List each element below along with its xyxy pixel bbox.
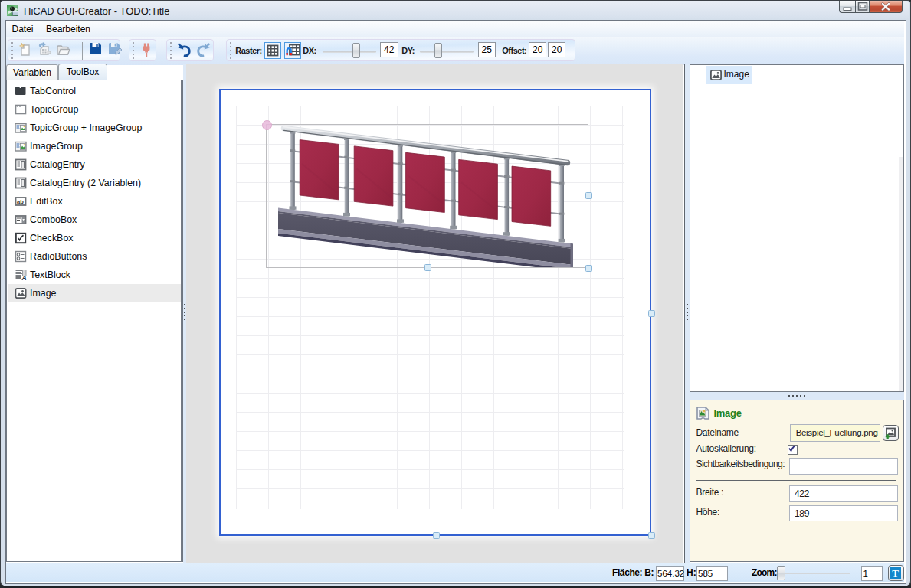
svg-text:ab: ab <box>17 198 24 205</box>
svg-text:A: A <box>21 274 26 281</box>
